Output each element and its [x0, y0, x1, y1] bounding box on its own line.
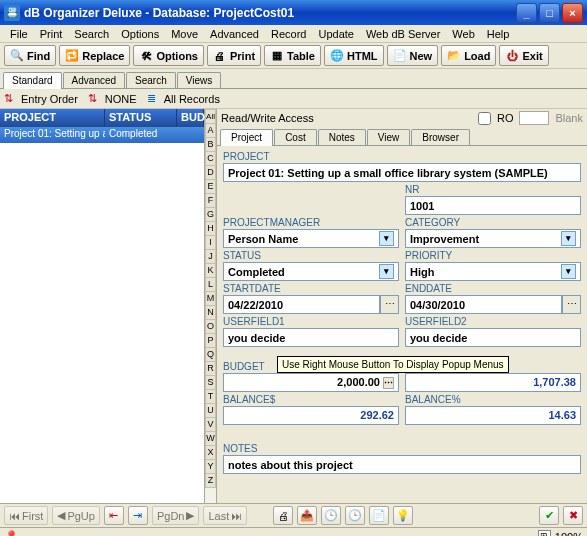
- next-record-icon[interactable]: ⇥: [128, 506, 148, 525]
- ro-checkbox[interactable]: [478, 112, 491, 125]
- alpha-j[interactable]: J: [205, 249, 216, 264]
- maximize-button[interactable]: □: [539, 3, 560, 23]
- check-icon-button[interactable]: ✔: [539, 506, 559, 525]
- replace-button[interactable]: 🔁Replace: [59, 45, 130, 66]
- tab-views[interactable]: Views: [177, 72, 222, 88]
- alpha-q[interactable]: Q: [205, 347, 216, 362]
- tab-view[interactable]: View: [367, 129, 411, 145]
- all-records-button[interactable]: ≣All Records: [147, 92, 220, 106]
- alpha-s[interactable]: S: [205, 375, 216, 390]
- alpha-w[interactable]: W: [205, 431, 216, 446]
- tab-notes[interactable]: Notes: [318, 129, 366, 145]
- alpha-t[interactable]: T: [205, 389, 216, 404]
- alpha-c[interactable]: C: [205, 151, 216, 166]
- find-button[interactable]: 🔍Find: [4, 45, 56, 66]
- exit-button[interactable]: ⏻Exit: [499, 45, 548, 66]
- prev-record-icon[interactable]: ⇤: [104, 506, 124, 525]
- alpha-z[interactable]: Z: [205, 473, 216, 488]
- html-button[interactable]: 🌐HTML: [324, 45, 384, 66]
- tab-browser[interactable]: Browser: [411, 129, 470, 145]
- bulb-icon-button[interactable]: 💡: [393, 506, 413, 525]
- category-select[interactable]: Improvement▾: [405, 229, 581, 248]
- alpha-a[interactable]: A: [205, 123, 216, 138]
- alpha-i[interactable]: I: [205, 235, 216, 250]
- alpha-h[interactable]: H: [205, 221, 216, 236]
- first-button[interactable]: ⏮First: [4, 506, 48, 525]
- entry-order-button[interactable]: ⇅Entry Order: [4, 92, 78, 106]
- menu-print[interactable]: Print: [34, 26, 69, 42]
- priority-select[interactable]: High▾: [405, 262, 581, 281]
- menu-help[interactable]: Help: [481, 26, 516, 42]
- menu-advanced[interactable]: Advanced: [204, 26, 265, 42]
- date-picker-icon[interactable]: ⋯: [380, 295, 399, 314]
- menu-file[interactable]: File: [4, 26, 34, 42]
- alpha-p[interactable]: P: [205, 333, 216, 348]
- tab-standard[interactable]: Standard: [3, 72, 62, 89]
- alpha-m[interactable]: M: [205, 291, 216, 306]
- clock-icon-button[interactable]: 🕒: [321, 506, 341, 525]
- load-button[interactable]: 📂Load: [441, 45, 496, 66]
- pgup-button[interactable]: ◀PgUp: [52, 506, 100, 525]
- alpha-l[interactable]: L: [205, 277, 216, 292]
- enddate-field[interactable]: [405, 295, 562, 314]
- alpha-v[interactable]: V: [205, 417, 216, 432]
- new-button[interactable]: 📄New: [387, 45, 439, 66]
- userfield1-field[interactable]: [223, 328, 399, 347]
- print-button[interactable]: 🖨Print: [207, 45, 261, 66]
- tab-project[interactable]: Project: [220, 129, 273, 146]
- alpha-f[interactable]: F: [205, 193, 216, 208]
- options-button[interactable]: 🛠Options: [133, 45, 204, 66]
- zoom-icon[interactable]: ⊞: [538, 530, 551, 536]
- pgdn-button[interactable]: PgDn▶: [152, 506, 200, 525]
- startdate-field[interactable]: [223, 295, 380, 314]
- menu-move[interactable]: Move: [165, 26, 204, 42]
- alpha-n[interactable]: N: [205, 305, 216, 320]
- userfield2-field[interactable]: [405, 328, 581, 347]
- alpha-y[interactable]: Y: [205, 459, 216, 474]
- ro-field[interactable]: [519, 111, 549, 125]
- alpha-r[interactable]: R: [205, 361, 216, 376]
- minimize-button[interactable]: _: [516, 3, 537, 23]
- list-rows[interactable]: Project 01: Setting up a Completed: [0, 127, 204, 503]
- menu-options[interactable]: Options: [115, 26, 165, 42]
- nr-field[interactable]: [405, 196, 581, 215]
- table-button[interactable]: ▦Table: [264, 45, 321, 66]
- alpha-b[interactable]: B: [205, 137, 216, 152]
- alpha-g[interactable]: G: [205, 207, 216, 222]
- close-button[interactable]: ×: [562, 3, 583, 23]
- clock2-icon-button[interactable]: 🕒: [345, 506, 365, 525]
- menu-web[interactable]: Web: [446, 26, 480, 42]
- pm-select[interactable]: Person Name▾: [223, 229, 399, 248]
- pin-icon[interactable]: 📍: [4, 530, 19, 537]
- col-status[interactable]: STATUS: [105, 109, 177, 127]
- alpha-e[interactable]: E: [205, 179, 216, 194]
- menu-search[interactable]: Search: [68, 26, 115, 42]
- print-icon-button[interactable]: 🖨: [273, 506, 293, 525]
- menu-record[interactable]: Record: [265, 26, 312, 42]
- tab-search[interactable]: Search: [126, 72, 176, 88]
- menu-webdbserver[interactable]: Web dB Server: [360, 26, 446, 42]
- menu-update[interactable]: Update: [312, 26, 359, 42]
- ellipsis-icon[interactable]: ⋯: [383, 377, 394, 389]
- alpha-u[interactable]: U: [205, 403, 216, 418]
- project-field[interactable]: [223, 163, 581, 182]
- notes-field[interactable]: [223, 455, 581, 474]
- alpha-o[interactable]: O: [205, 319, 216, 334]
- tab-advanced[interactable]: Advanced: [63, 72, 125, 88]
- alpha-d[interactable]: D: [205, 165, 216, 180]
- doc-icon-button[interactable]: 📄: [369, 506, 389, 525]
- status-select[interactable]: Completed▾: [223, 262, 399, 281]
- alpha-all[interactable]: All: [205, 109, 216, 124]
- list-row[interactable]: Project 01: Setting up a Completed: [0, 127, 204, 143]
- cancel-icon-button[interactable]: ✖: [563, 506, 583, 525]
- last-button[interactable]: Last⏭: [203, 506, 247, 525]
- alpha-k[interactable]: K: [205, 263, 216, 278]
- export-icon-button[interactable]: 📤: [297, 506, 317, 525]
- tab-cost[interactable]: Cost: [274, 129, 317, 145]
- budget-field[interactable]: 2,000.00 ⋯: [223, 373, 399, 392]
- filter-none-button[interactable]: ⇅NONE: [88, 92, 137, 106]
- date-picker-icon[interactable]: ⋯: [562, 295, 581, 314]
- col-bud[interactable]: BUD: [177, 109, 204, 127]
- alpha-x[interactable]: X: [205, 445, 216, 460]
- col-project[interactable]: PROJECT: [0, 109, 105, 127]
